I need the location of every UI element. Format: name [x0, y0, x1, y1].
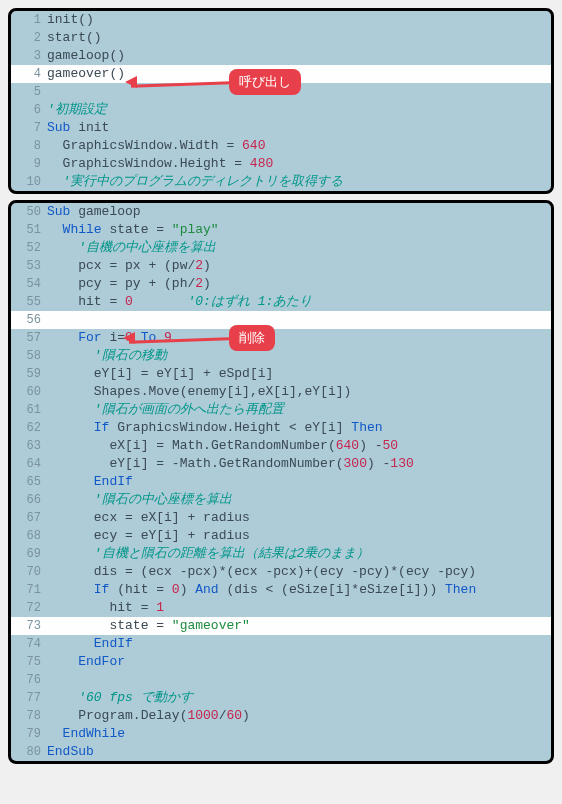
line-number: 50	[11, 203, 47, 221]
code-content: Shapes.Move(enemy[i],eX[i],eY[i])	[47, 383, 551, 401]
code-line: 62 If GraphicsWindow.Height < eY[i] Then	[11, 419, 551, 437]
code-line: 55 hit = 0 '0:はずれ 1:あたり	[11, 293, 551, 311]
code-line: 64 eY[i] = -Math.GetRandomNumber(300) -1…	[11, 455, 551, 473]
line-number: 66	[11, 491, 47, 509]
code-content: EndIf	[47, 473, 551, 491]
code-content: ecy = eY[i] + radius	[47, 527, 551, 545]
code-line: 79 EndWhile	[11, 725, 551, 743]
line-number: 7	[11, 119, 47, 137]
line-number: 63	[11, 437, 47, 455]
code-content: ecx = eX[i] + radius	[47, 509, 551, 527]
code-line: 56	[11, 311, 551, 329]
code-content: EndFor	[47, 653, 551, 671]
code-line: 76	[11, 671, 551, 689]
code-content: '隕石が画面の外へ出たら再配置	[47, 401, 551, 419]
line-number: 62	[11, 419, 47, 437]
code-content: EndWhile	[47, 725, 551, 743]
line-number: 52	[11, 239, 47, 257]
line-number: 8	[11, 137, 47, 155]
code-content: GraphicsWindow.Width = 640	[47, 137, 551, 155]
line-number: 70	[11, 563, 47, 581]
code-line: 75 EndFor	[11, 653, 551, 671]
line-number: 78	[11, 707, 47, 725]
code-content: state = "gameover"	[47, 617, 551, 635]
arrow-head-icon	[123, 332, 135, 344]
code-content: eY[i] = -Math.GetRandomNumber(300) -130	[47, 455, 551, 473]
code-line: 66 '隕石の中心座標を算出	[11, 491, 551, 509]
code-content: hit = 1	[47, 599, 551, 617]
code-content: '実行中のプログラムのディレクトリを取得する	[47, 173, 551, 191]
code-line: 80EndSub	[11, 743, 551, 761]
code-line: 51 While state = "play"	[11, 221, 551, 239]
code-content: eY[i] = eY[i] + eSpd[i]	[47, 365, 551, 383]
code-line: 58 '隕石の移動	[11, 347, 551, 365]
line-number: 57	[11, 329, 47, 347]
code-line: 77 '60 fps で動かす	[11, 689, 551, 707]
code-block-top: 呼び出し 1init()2start()3gameloop()4gameover…	[8, 8, 554, 194]
code-content: '隕石の移動	[47, 347, 551, 365]
code-content: GraphicsWindow.Height = 480	[47, 155, 551, 173]
delete-badge: 削除	[229, 325, 275, 351]
code-content: Sub gameloop	[47, 203, 551, 221]
line-number: 59	[11, 365, 47, 383]
code-line: 71 If (hit = 0) And (dis < (eSize[i]*eSi…	[11, 581, 551, 599]
line-number: 54	[11, 275, 47, 293]
code-content: If (hit = 0) And (dis < (eSize[i]*eSize[…	[47, 581, 551, 599]
line-number: 80	[11, 743, 47, 761]
code-line: 72 hit = 1	[11, 599, 551, 617]
code-line: 7Sub init	[11, 119, 551, 137]
code-content: EndIf	[47, 635, 551, 653]
line-number: 64	[11, 455, 47, 473]
code-content: '60 fps で動かす	[47, 689, 551, 707]
code-content: start()	[47, 29, 551, 47]
code-content: EndSub	[47, 743, 551, 761]
call-badge: 呼び出し	[229, 69, 301, 95]
code-line: 1init()	[11, 11, 551, 29]
code-content: While state = "play"	[47, 221, 551, 239]
code-line: 65 EndIf	[11, 473, 551, 491]
line-number: 51	[11, 221, 47, 239]
code-content: '自機と隕石の距離を算出（結果は2乗のまま）	[47, 545, 551, 563]
line-number: 60	[11, 383, 47, 401]
arrow-head-icon	[125, 76, 137, 88]
code-content: '隕石の中心座標を算出	[47, 491, 551, 509]
code-line: 8 GraphicsWindow.Width = 640	[11, 137, 551, 155]
code-line: 61 '隕石が画面の外へ出たら再配置	[11, 401, 551, 419]
code-line: 54 pcy = py + (ph/2)	[11, 275, 551, 293]
code-line: 50Sub gameloop	[11, 203, 551, 221]
code-line: 52 '自機の中心座標を算出	[11, 239, 551, 257]
line-number: 2	[11, 29, 47, 47]
line-number: 6	[11, 101, 47, 119]
line-number: 76	[11, 671, 47, 689]
code-content: Sub init	[47, 119, 551, 137]
code-line: 57 For i=0 To 9	[11, 329, 551, 347]
code-line: 53 pcx = px + (pw/2)	[11, 257, 551, 275]
code-line: 73 state = "gameover"	[11, 617, 551, 635]
line-number: 65	[11, 473, 47, 491]
line-number: 61	[11, 401, 47, 419]
line-number: 9	[11, 155, 47, 173]
line-number: 72	[11, 599, 47, 617]
line-number: 74	[11, 635, 47, 653]
line-number: 5	[11, 83, 47, 101]
code-line: 3gameloop()	[11, 47, 551, 65]
code-line: 68 ecy = eY[i] + radius	[11, 527, 551, 545]
line-number: 3	[11, 47, 47, 65]
code-line: 9 GraphicsWindow.Height = 480	[11, 155, 551, 173]
code-content: gameloop()	[47, 47, 551, 65]
line-number: 68	[11, 527, 47, 545]
line-number: 53	[11, 257, 47, 275]
line-number: 71	[11, 581, 47, 599]
line-number: 79	[11, 725, 47, 743]
line-number: 56	[11, 311, 47, 329]
line-number: 75	[11, 653, 47, 671]
line-number: 10	[11, 173, 47, 191]
code-content: '自機の中心座標を算出	[47, 239, 551, 257]
code-line: 63 eX[i] = Math.GetRandomNumber(640) -50	[11, 437, 551, 455]
code-line: 59 eY[i] = eY[i] + eSpd[i]	[11, 365, 551, 383]
code-line: 78 Program.Delay(1000/60)	[11, 707, 551, 725]
code-content: eX[i] = Math.GetRandomNumber(640) -50	[47, 437, 551, 455]
code-line: 2start()	[11, 29, 551, 47]
code-content: dis = (ecx -pcx)*(ecx -pcx)+(ecy -pcy)*(…	[47, 563, 551, 581]
line-number: 1	[11, 11, 47, 29]
